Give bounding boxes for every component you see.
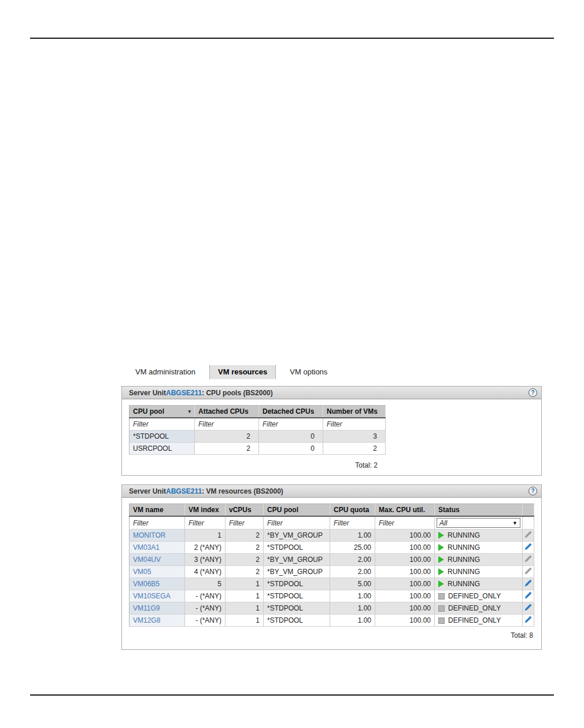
cpu-pool-cell: *BY_VM_GROUP: [264, 554, 330, 566]
filter-input-cpu-pool[interactable]: Filter: [130, 418, 195, 431]
defined-only-icon: [438, 605, 445, 612]
status-filter-value: All: [439, 519, 447, 527]
column-header-cpu-quota[interactable]: CPU quota: [330, 504, 375, 517]
table-row: VM05 4 (*ANY) 2 *BY_VM_GROUP 2.00 100.00…: [130, 566, 534, 578]
filter-input-detached[interactable]: Filter: [259, 418, 323, 431]
column-header-attached-cpus[interactable]: Attached CPUs: [195, 406, 259, 418]
cpu-pool-cell: *BY_VM_GROUP: [264, 530, 330, 542]
cpu-pool-cell: *BY_VM_GROUP: [264, 566, 330, 578]
vcpus-cell: 2: [226, 566, 264, 578]
attached-cpus-cell: 2: [195, 443, 259, 455]
table-row: VM10SEGA - (*ANY) 1 *STDPOOL 1.00 100.00…: [130, 590, 534, 602]
edit-icon[interactable]: [524, 530, 533, 539]
vm-index-cell: 2 (*ANY): [185, 542, 226, 554]
max-cpu-util-cell: 100.00: [375, 542, 435, 554]
table-row: VM06B5 5 1 *STDPOOL 5.00 100.00 RUNNING: [130, 578, 534, 590]
vm-name-link[interactable]: VM11G9: [133, 604, 160, 612]
vm-name-link[interactable]: VM03A1: [133, 543, 160, 551]
vm-resources-panel-header: Server Unit ABGSE211 : VM resources (BS2…: [122, 485, 541, 498]
table-header-row: VM name VM index vCPUs CPU pool CPU quot…: [130, 504, 534, 517]
vcpus-cell: 2: [226, 542, 264, 554]
edit-icon[interactable]: [524, 567, 533, 575]
cpu-pools-table: ▾ CPU pool Attached CPUs Detached CPUs N…: [129, 405, 386, 455]
max-cpu-util-cell: 100.00: [375, 566, 435, 578]
status-label: DEFINED_ONLY: [448, 604, 501, 612]
filter-input-vcpus[interactable]: Filter: [226, 516, 264, 530]
server-unit-link[interactable]: ABGSE211: [166, 389, 202, 397]
cpu-pool-cell: *STDPOOL: [264, 602, 330, 615]
cpu-quota-cell: 25.00: [330, 542, 375, 554]
column-header-vm-index[interactable]: VM index: [185, 504, 226, 517]
cpu-pool-cell: USRCPOOL: [130, 443, 195, 455]
filter-input-cpu-pool[interactable]: Filter: [264, 516, 330, 530]
column-header-detached-cpus[interactable]: Detached CPUs: [259, 406, 323, 418]
cpu-quota-cell: 5.00: [330, 578, 375, 590]
vm-index-cell: 3 (*ANY): [185, 554, 226, 566]
vm-name-link[interactable]: VM05: [133, 568, 151, 576]
cpu-quota-cell: 2.00: [330, 554, 375, 566]
filter-input-vms[interactable]: Filter: [323, 418, 386, 431]
tab-vm-administration[interactable]: VM administration: [127, 365, 204, 379]
chevron-down-icon: ▼: [512, 520, 518, 526]
table-row: MONITOR 1 2 *BY_VM_GROUP 1.00 100.00 RUN…: [130, 530, 534, 542]
vm-name-link[interactable]: VM12G8: [133, 616, 160, 624]
column-header-actions: [523, 504, 534, 517]
running-icon: [438, 556, 444, 563]
edit-icon[interactable]: [524, 554, 533, 563]
tab-vm-resources[interactable]: VM resources: [209, 365, 276, 379]
edit-icon[interactable]: [524, 603, 533, 612]
cpu-quota-cell: 1.00: [330, 530, 375, 542]
filter-input-max-cpu-util[interactable]: Filter: [375, 516, 435, 530]
column-header-label: CPU pool: [133, 407, 164, 416]
filter-row: Filter Filter Filter Filter Filter Filte…: [130, 516, 534, 530]
edit-icon[interactable]: [524, 542, 533, 551]
cpu-pools-panel-header: Server Unit ABGSE211 : CPU pools (BS2000…: [122, 387, 541, 399]
vcpus-cell: 1: [226, 590, 264, 602]
vm-name-link[interactable]: VM10SEGA: [133, 592, 171, 600]
cpu-pool-cell: *STDPOOL: [264, 578, 330, 590]
filter-input-vm-name[interactable]: Filter: [130, 516, 185, 530]
panel-title-rest: : CPU pools (BS2000): [202, 389, 273, 397]
cpu-pools-panel: Server Unit ABGSE211 : CPU pools (BS2000…: [121, 386, 542, 476]
server-unit-link[interactable]: ABGSE211: [166, 487, 202, 495]
filter-empty-cell: [523, 516, 534, 530]
cpu-quota-cell: 1.00: [330, 615, 375, 627]
help-icon[interactable]: ?: [528, 388, 537, 397]
column-header-cpu-pool[interactable]: CPU pool: [264, 504, 330, 517]
detached-cpus-cell: 0: [259, 431, 323, 443]
vm-name-link[interactable]: MONITOR: [133, 531, 165, 539]
max-cpu-util-cell: 100.00: [375, 578, 435, 590]
running-icon: [438, 532, 444, 539]
max-cpu-util-cell: 100.00: [375, 554, 435, 566]
vm-index-cell: 4 (*ANY): [185, 566, 226, 578]
edit-icon[interactable]: [524, 579, 533, 587]
table-total: Total: 2: [129, 461, 385, 469]
column-header-status[interactable]: Status: [435, 504, 523, 517]
vm-index-cell: - (*ANY): [185, 615, 226, 627]
page-top-rule: [30, 38, 554, 39]
column-header-vcpus[interactable]: vCPUs: [226, 504, 264, 517]
help-icon[interactable]: ?: [528, 487, 537, 495]
status-label: RUNNING: [448, 580, 480, 588]
table-row: *STDPOOL 2 0 3: [130, 431, 386, 443]
sort-desc-icon[interactable]: ▾: [188, 409, 191, 414]
cpu-quota-cell: 1.00: [330, 590, 375, 602]
filter-input-cpu-quota[interactable]: Filter: [330, 516, 375, 530]
vm-name-link[interactable]: VM06B5: [133, 580, 160, 588]
cpu-quota-cell: 2.00: [330, 566, 375, 578]
tab-bar: VM administration VM resources VM option…: [127, 365, 335, 379]
column-header-cpu-pool[interactable]: ▾ CPU pool: [130, 406, 195, 418]
status-filter-select[interactable]: All ▼: [437, 518, 520, 528]
column-header-vm-name[interactable]: VM name: [130, 504, 185, 517]
filter-input-attached[interactable]: Filter: [195, 418, 259, 431]
panel-title-prefix: Server Unit: [129, 487, 166, 495]
edit-icon[interactable]: [524, 591, 533, 600]
defined-only-icon: [438, 617, 445, 624]
filter-input-vm-index[interactable]: Filter: [185, 516, 226, 530]
vm-name-link[interactable]: VM04UV: [133, 556, 161, 564]
column-header-number-of-vms[interactable]: Number of VMs: [323, 406, 386, 418]
running-icon: [438, 568, 444, 575]
edit-icon[interactable]: [524, 615, 533, 624]
column-header-max-cpu-util[interactable]: Max. CPU util.: [375, 504, 435, 517]
tab-vm-options[interactable]: VM options: [282, 365, 335, 379]
